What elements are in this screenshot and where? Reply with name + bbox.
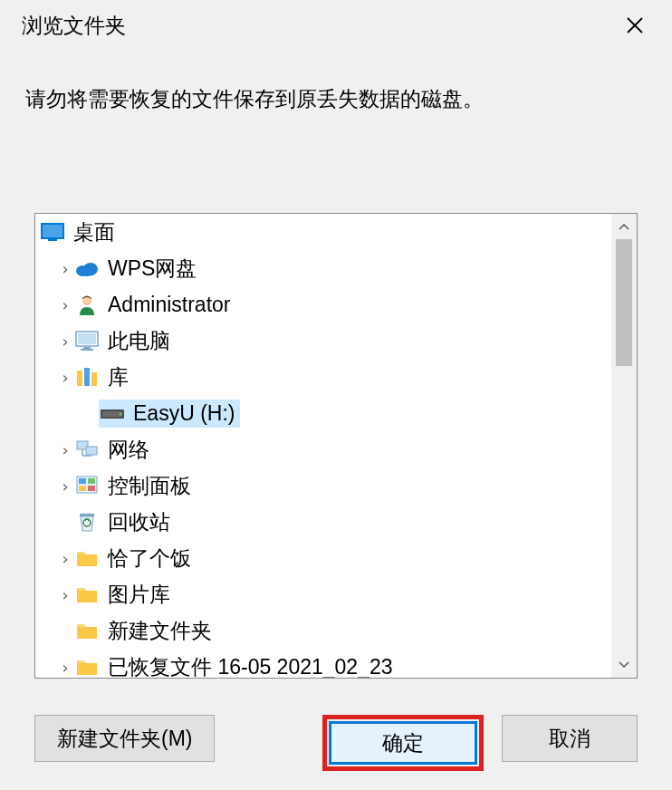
new-folder-button[interactable]: 新建文件夹(M) [34,715,215,762]
svg-rect-13 [81,349,93,351]
ok-button[interactable]: 确定 [329,721,477,765]
tree-item-label: 图片库 [108,581,170,609]
tree-item-label: EasyU (H:) [133,401,235,426]
scroll-track[interactable] [611,239,637,652]
tree-item-this-pc[interactable]: › 此电脑 [35,323,611,359]
tree-item-recycle-bin[interactable]: › 回收站 [35,504,611,540]
scroll-up-icon[interactable] [611,214,637,239]
svg-rect-28 [88,486,95,491]
chevron-right-icon[interactable]: › [55,549,75,568]
tree-item-label: 库 [108,363,129,391]
tree-item-easyu-drive[interactable]: › EasyU (H:) [35,395,611,431]
tree-item-label: 回收站 [108,508,170,536]
tree-item-libraries[interactable]: › 库 [35,359,611,395]
chevron-right-icon[interactable]: › [55,295,75,314]
tree-item-folder-recovered[interactable]: › 已恢复文件 16-05 2021_02_23 [35,649,611,678]
folder-icon [75,583,99,606]
folder-icon [75,619,99,642]
tree-item-control-panel[interactable]: › 控制面板 [35,467,611,504]
close-icon [626,16,644,34]
svg-point-19 [120,413,122,416]
scroll-down-icon[interactable] [611,652,637,678]
tree-item-folder-pictures[interactable]: › 图片库 [35,576,611,612]
tree-item-folder-qialegfan[interactable]: › 恰了个饭 [35,540,611,576]
svg-rect-21 [86,447,97,455]
svg-rect-16 [91,372,97,386]
svg-point-7 [78,267,96,276]
chevron-right-icon[interactable]: › [55,259,75,278]
tree-item-label: 恰了个饭 [108,544,191,573]
svg-rect-14 [77,371,82,386]
svg-rect-27 [79,486,86,491]
svg-rect-25 [79,478,86,484]
cancel-button[interactable]: 取消 [502,715,638,762]
tree-item-label: 桌面 [73,218,115,246]
folder-icon [75,655,99,678]
desktop-icon [41,220,64,244]
tree-item-label: WPS网盘 [108,255,197,283]
network-icon [75,438,99,461]
chevron-right-icon[interactable]: › [55,585,75,604]
svg-rect-3 [43,225,62,237]
folder-tree-container: 桌面 › WPS网盘 › [34,213,638,679]
tree-item-administrator[interactable]: › Administrator [35,286,611,323]
svg-rect-11 [78,333,96,344]
scrollbar[interactable] [611,214,637,678]
libraries-icon [75,365,99,389]
tree-item-folder-new[interactable]: › 新建文件夹 [35,612,611,649]
folder-icon [75,546,99,570]
chevron-right-icon[interactable]: › [55,440,75,459]
tree-item-label: 此电脑 [108,327,170,355]
scroll-thumb[interactable] [616,239,632,366]
tree-item-label: 已恢复文件 16-05 2021_02_23 [108,653,393,679]
control-panel-icon [75,474,99,497]
user-icon [75,293,99,316]
instruction-text: 请勿将需要恢复的文件保存到原丢失数据的磁盘。 [0,49,672,131]
close-button[interactable] [614,6,656,44]
cloud-icon [75,256,99,280]
folder-tree[interactable]: 桌面 › WPS网盘 › [35,214,611,678]
button-row: 新建文件夹(M) 确定 取消 [0,679,672,771]
chevron-right-icon[interactable]: › [55,658,75,677]
svg-rect-4 [48,239,57,241]
tree-item-label: Administrator [108,293,230,317]
pc-icon [75,329,99,352]
browse-folder-dialog: 浏览文件夹 请勿将需要恢复的文件保存到原丢失数据的磁盘。 桌面 [0,0,672,790]
chevron-right-icon[interactable]: › [55,477,75,496]
chevron-right-icon[interactable]: › [55,368,75,387]
tree-root-desktop[interactable]: 桌面 [35,214,611,250]
tree-item-label: 网络 [108,436,149,464]
svg-rect-29 [80,514,94,516]
svg-rect-26 [88,478,95,484]
titlebar: 浏览文件夹 [0,0,672,49]
svg-rect-15 [84,368,90,386]
svg-rect-12 [83,347,91,349]
tree-item-network[interactable]: › 网络 [35,431,611,467]
recycle-bin-icon [75,510,99,534]
tree-item-label: 控制面板 [108,472,191,500]
tree-item-wps[interactable]: › WPS网盘 [35,250,611,286]
drive-icon [101,401,124,425]
ok-button-highlight: 确定 [322,715,484,771]
tree-item-label: 新建文件夹 [108,617,212,645]
chevron-right-icon[interactable]: › [55,332,75,351]
dialog-title: 浏览文件夹 [22,12,126,40]
